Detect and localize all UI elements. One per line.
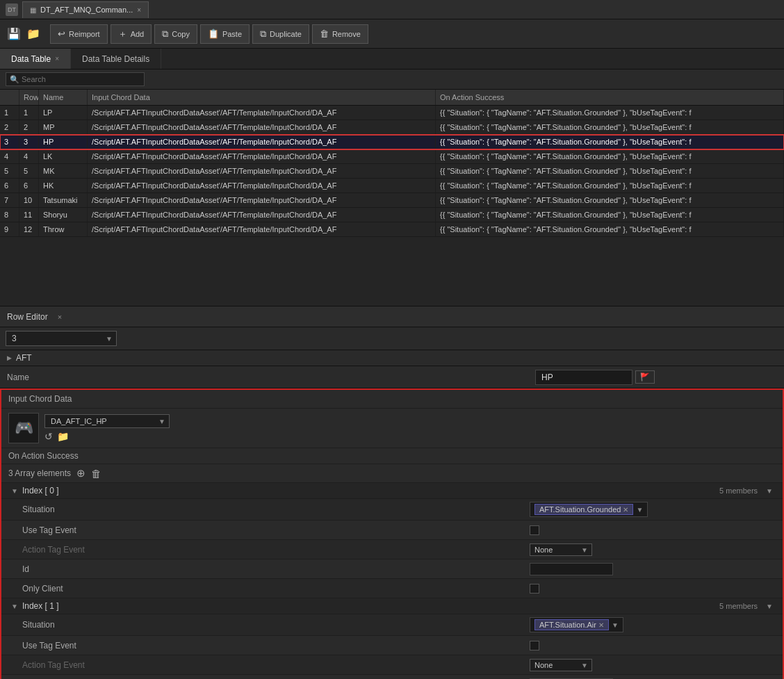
situation-tag-1: AFT.Situation.Air ✕ bbox=[534, 619, 609, 630]
situation-tag-remove-0[interactable]: ✕ bbox=[623, 506, 628, 514]
table-row[interactable]: 3 3 HP /Script/AFT.AFTInputChordDataAsse… bbox=[0, 135, 784, 149]
cell-idx: 8 bbox=[0, 208, 19, 222]
actiontag-label-0: Action Tag Event bbox=[22, 545, 530, 555]
index-0-usetag-row: Use Tag Event bbox=[1, 521, 783, 540]
index-0-collapse-icon[interactable]: ▼ bbox=[11, 487, 18, 495]
situation-label-0: Situation bbox=[22, 505, 530, 514]
situation-tag-widget-1[interactable]: AFT.Situation.Air ✕ ▼ bbox=[530, 617, 623, 632]
index-1-id-row: Id 208 bbox=[1, 675, 783, 679]
col-index bbox=[0, 90, 19, 105]
table-row[interactable]: 1 1 LP /Script/AFT.AFTInputChordDataAsse… bbox=[0, 106, 784, 120]
row-editor-header: Row Editor × bbox=[0, 306, 784, 327]
usetag-checkbox-0[interactable] bbox=[530, 525, 539, 535]
on-action-row: On Action Success bbox=[1, 448, 783, 464]
browse-button[interactable]: 📁 bbox=[25, 26, 42, 42]
asset-dropdown[interactable]: DA_AFT_IC_HP bbox=[44, 414, 170, 428]
cell-idx: 2 bbox=[0, 120, 19, 134]
cell-action: {{ "Situation": { "TagName": "AFT.Situat… bbox=[436, 149, 784, 163]
cell-name: HP bbox=[39, 135, 88, 149]
copy-label: Copy bbox=[172, 30, 190, 38]
tab-bar: Data Table × Data Table Details bbox=[0, 49, 784, 69]
aft-collapse-icon[interactable]: ▶ bbox=[7, 354, 12, 361]
index-1-actiontag-row: Action Tag Event None ▼ bbox=[1, 655, 783, 675]
table-row[interactable]: 2 2 MP /Script/AFT.AFTInputChordDataAsse… bbox=[0, 120, 784, 135]
title-tab[interactable]: ▦ DT_AFT_MNQ_Comman... × bbox=[22, 1, 149, 18]
cell-name: HK bbox=[39, 179, 88, 193]
asset-browse-button[interactable]: 📁 bbox=[57, 431, 69, 442]
title-bar: DT ▦ DT_AFT_MNQ_Comman... × bbox=[0, 0, 784, 19]
tab-data-table[interactable]: Data Table × bbox=[0, 49, 71, 69]
table-row[interactable]: 9 12 Throw /Script/AFT.AFTInputChordData… bbox=[0, 222, 784, 237]
cell-chord: /Script/AFT.AFTInputChordDataAsset'/AFT/… bbox=[88, 164, 436, 178]
index-1-expand-icon[interactable]: ▼ bbox=[766, 603, 773, 610]
table-row[interactable]: 8 11 Shoryu /Script/AFT.AFTInputChordDat… bbox=[0, 208, 784, 222]
actiontag-dropdown-1[interactable]: None bbox=[530, 659, 592, 671]
remove-label: Remove bbox=[332, 30, 361, 38]
row-editor-close[interactable]: × bbox=[58, 313, 62, 321]
id-input-0[interactable]: 202 bbox=[530, 563, 613, 575]
cell-name: LK bbox=[39, 149, 88, 163]
cell-row: 4 bbox=[19, 149, 39, 163]
cell-name: Shoryu bbox=[39, 208, 88, 222]
remove-button[interactable]: 🗑 Remove bbox=[312, 24, 368, 44]
flag-button[interactable]: 🚩 bbox=[635, 370, 655, 384]
tab-data-table-details-label: Data Table Details bbox=[82, 54, 149, 64]
cell-chord: /Script/AFT.AFTInputChordDataAsset'/AFT/… bbox=[88, 208, 436, 222]
search-icon: 🔍 bbox=[10, 75, 19, 84]
cell-row: 10 bbox=[19, 193, 39, 207]
tab-data-table-close[interactable]: × bbox=[55, 55, 59, 63]
cell-action: {{ "Situation": { "TagName": "AFT.Situat… bbox=[436, 208, 784, 222]
row-select-dropdown[interactable]: 3 bbox=[6, 331, 117, 346]
duplicate-button[interactable]: ⧉ Duplicate bbox=[252, 24, 309, 44]
copy-button[interactable]: ⧉ Copy bbox=[154, 24, 197, 44]
on-action-label: On Action Success bbox=[8, 451, 537, 461]
input-chord-row: Input Chord Data bbox=[1, 390, 783, 409]
onlyclient-checkbox-0[interactable] bbox=[530, 584, 539, 594]
data-table: Row Name Input Chord Data On Action Succ… bbox=[0, 90, 784, 237]
situation-tag-remove-1[interactable]: ✕ bbox=[598, 621, 604, 629]
index-0-header: ▼ Index [ 0 ] 5 members ▼ bbox=[1, 483, 783, 499]
situation-tag-expand-0[interactable]: ▼ bbox=[636, 506, 643, 514]
array-delete-button[interactable]: 🗑 bbox=[91, 468, 101, 480]
search-input[interactable] bbox=[6, 72, 145, 86]
input-chord-label: Input Chord Data bbox=[8, 394, 537, 404]
usetag-checkbox-1[interactable] bbox=[530, 641, 539, 651]
index-0-members: 5 members bbox=[719, 486, 758, 495]
table-row[interactable]: 4 4 LK /Script/AFT.AFTInputChordDataAsse… bbox=[0, 149, 784, 164]
col-action: On Action Success bbox=[436, 90, 784, 105]
index-0-situation-row: Situation AFT.Situation.Grounded ✕ ▼ bbox=[1, 499, 783, 521]
table-row[interactable]: 6 6 HK /Script/AFT.AFTInputChordDataAsse… bbox=[0, 179, 784, 193]
asset-btn-row: ↺ 📁 bbox=[44, 431, 170, 442]
name-field-input[interactable] bbox=[535, 370, 632, 385]
cell-idx: 5 bbox=[0, 164, 19, 178]
reimport-label: Reimport bbox=[69, 30, 100, 38]
table-row[interactable]: 5 5 MK /Script/AFT.AFTInputChordDataAsse… bbox=[0, 164, 784, 179]
title-tab-close[interactable]: × bbox=[137, 6, 141, 14]
save-button[interactable]: 💾 bbox=[6, 26, 22, 42]
cell-idx: 1 bbox=[0, 106, 19, 120]
index-1-header: ▼ Index [ 1 ] 5 members ▼ bbox=[1, 598, 783, 614]
tab-data-table-details[interactable]: Data Table Details bbox=[71, 49, 161, 69]
cell-idx: 9 bbox=[0, 222, 19, 236]
add-button[interactable]: ＋ Add bbox=[111, 24, 152, 44]
index-0-expand-icon[interactable]: ▼ bbox=[766, 487, 773, 495]
table-row[interactable]: 7 10 Tatsumaki /Script/AFT.AFTInputChord… bbox=[0, 193, 784, 208]
situation-tag-expand-1[interactable]: ▼ bbox=[612, 621, 619, 629]
tab-data-table-label: Data Table bbox=[11, 54, 51, 64]
toolbar: 💾 📁 ↩ Reimport ＋ Add ⧉ Copy 📋 Paste ⧉ Du… bbox=[0, 19, 784, 49]
reimport-icon: ↩ bbox=[58, 28, 65, 39]
cell-row: 1 bbox=[19, 106, 39, 120]
situation-tag-widget-0[interactable]: AFT.Situation.Grounded ✕ ▼ bbox=[530, 502, 648, 517]
situation-tag-0: AFT.Situation.Grounded ✕ bbox=[534, 504, 633, 515]
index-1-collapse-icon[interactable]: ▼ bbox=[11, 603, 18, 610]
cell-row: 2 bbox=[19, 120, 39, 134]
actiontag-dropdown-0[interactable]: None bbox=[530, 543, 592, 556]
reimport-button[interactable]: ↩ Reimport bbox=[50, 24, 108, 44]
usetag-label-1: Use Tag Event bbox=[22, 641, 530, 651]
asset-refresh-button[interactable]: ↺ bbox=[44, 431, 53, 442]
array-add-button[interactable]: ⊕ bbox=[76, 467, 85, 480]
name-row: Name 🚩 bbox=[0, 366, 784, 388]
paste-button[interactable]: 📋 Paste bbox=[200, 24, 250, 44]
situation-tag-value-0: AFT.Situation.Grounded bbox=[539, 505, 621, 514]
row-dropdown-bar: 3 ▼ bbox=[0, 327, 784, 350]
